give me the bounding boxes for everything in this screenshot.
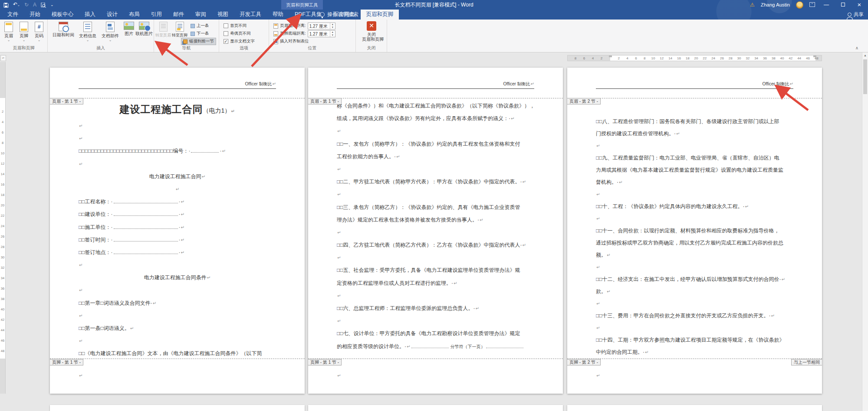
save-icon[interactable] bbox=[3, 0, 9, 10]
ruler-number: 6 bbox=[583, 56, 585, 60]
tab-视图[interactable]: 视图 bbox=[212, 10, 234, 20]
ruler-number: 32 bbox=[746, 56, 750, 60]
footer-button[interactable]: 页脚⌄ bbox=[16, 22, 31, 41]
avatar[interactable] bbox=[796, 1, 803, 9]
doc-line: □□《电力建设工程施工合同》文本，由《电力建设工程施工合同条件》（以下简 bbox=[79, 347, 276, 359]
share-button[interactable]: 共享 bbox=[848, 10, 864, 20]
ribbon: 页眉⌄ 页脚⌄ 页码⌄ 页眉和页脚 日期和时间 文档信息⌄ 文档部件⌄ 图片 bbox=[0, 20, 868, 52]
collapse-ribbon-icon[interactable]: ∧ bbox=[855, 46, 858, 50]
tell-me-search[interactable]: 操作说明搜索 bbox=[320, 10, 358, 20]
doc-line: 门授权的建设工程造价管理机构。·↵ bbox=[596, 127, 793, 140]
page-number-button[interactable]: 页码⌄ bbox=[32, 22, 46, 41]
same-as-previous-tag: 与上一节相同 bbox=[791, 359, 822, 365]
document-info-button[interactable]: 文档信息⌄ bbox=[77, 22, 98, 41]
minimize-button[interactable]: — bbox=[821, 0, 832, 10]
dotted-leader bbox=[114, 211, 178, 216]
quick-parts-button[interactable]: 文档部件⌄ bbox=[100, 22, 121, 41]
date-time-button[interactable]: 日期和时间 bbox=[51, 22, 76, 38]
tab-页眉和页脚[interactable]: 页眉和页脚 bbox=[361, 10, 399, 20]
page-header-underline bbox=[596, 88, 793, 89]
doc-line: □□九、工程质量监督部门：电力工业部、电业管理局、省（直辖市、自治区）电 bbox=[596, 152, 793, 164]
document-page-2[interactable]: Officer 制衡比↵页眉 - 第 1 节 -称《合同条件》）和《电力建设工程… bbox=[308, 68, 563, 394]
ruler-left-margin bbox=[568, 55, 610, 61]
page-number-icon bbox=[35, 22, 43, 32]
doc-line-text: 督机构。· bbox=[596, 179, 618, 185]
document-page-3[interactable]: Officer 制衡比↵页眉 - 第 2 节 -□□八、工程造价管理部门：国务院… bbox=[567, 68, 822, 394]
pilcrow-mark: ↵ bbox=[273, 82, 276, 86]
spinner-arrows-icon[interactable]: ▲▼ bbox=[330, 31, 335, 37]
ruler-number: 22 bbox=[703, 56, 707, 60]
group-close: ✕ 关闭页眉和页脚 关闭 bbox=[356, 20, 387, 52]
dotted-leader bbox=[114, 224, 178, 229]
scrollbar-thumb[interactable] bbox=[863, 59, 867, 94]
leader-dot: · bbox=[179, 237, 181, 243]
group-insert: 日期和时间 文档信息⌄ 文档部件⌄ 图片 联机图片 插入 bbox=[48, 20, 154, 52]
spinner-arrows-icon[interactable]: ▲▼ bbox=[330, 23, 335, 29]
restore-button[interactable] bbox=[838, 0, 848, 10]
goto-footer-button[interactable]: 转至页脚 bbox=[171, 22, 188, 38]
horizontal-ruler[interactable]: 8642246810121416182022242628303234363840… bbox=[567, 55, 822, 61]
next-button[interactable]: 下一条 bbox=[189, 30, 211, 37]
leader-dot: · bbox=[179, 249, 181, 255]
header-from-top-input[interactable]: 1.27 厘米▲▼ bbox=[308, 23, 335, 29]
tab-审阅[interactable]: 审阅 bbox=[190, 10, 212, 20]
ruler-number: 44 bbox=[0, 328, 5, 332]
scroll-up-icon[interactable]: ▲ bbox=[862, 54, 868, 57]
doc-line-text: □□九、工程质量监督部门：电力工业部、电业管理局、省（直辖市、自治区）电 bbox=[596, 155, 779, 161]
document-page-6-partial[interactable] bbox=[567, 405, 822, 411]
link-to-previous-button[interactable]: 链接到前一节 bbox=[181, 38, 216, 45]
pictures-button[interactable]: 图片 bbox=[122, 22, 135, 37]
undo-icon[interactable]: ↶⌄ bbox=[13, 0, 20, 10]
warning-icon[interactable]: ⚠ bbox=[750, 2, 755, 8]
tab-布局[interactable]: 布局 bbox=[123, 10, 145, 20]
show-document-text-checkbox[interactable]: ✓ 显示文档文字 bbox=[222, 38, 256, 45]
group-header-footer: 页眉⌄ 页脚⌄ 页码⌄ 页眉和页脚 bbox=[0, 20, 48, 52]
vertical-scrollbar[interactable]: ▲ bbox=[862, 52, 868, 411]
account-name[interactable]: Zhang Austin bbox=[761, 2, 790, 7]
different-odd-even-checkbox[interactable]: 奇偶页不同 bbox=[222, 30, 253, 37]
goto-header-button[interactable]: 转至页眉 bbox=[155, 22, 171, 38]
header-button[interactable]: 页眉⌄ bbox=[1, 22, 16, 41]
document-page-1[interactable]: Officer 制衡比↵页眉 - 第 1 节 -建设工程施工合同（电力1）↵↵↵… bbox=[50, 68, 305, 394]
doc-line-text: 电力建设工程施工合同 bbox=[149, 173, 201, 179]
group-navigation: 转至页眉 转至页脚 上一条 下一条 链接到前一节 导航 bbox=[154, 20, 219, 52]
tab-开发工具[interactable]: 开发工具 bbox=[234, 10, 267, 20]
redo-icon[interactable]: ↻ bbox=[24, 0, 29, 10]
pilcrow-mark: ↵ bbox=[181, 225, 184, 230]
pilcrow-mark: ↵ bbox=[181, 212, 184, 217]
close-button[interactable]: × bbox=[854, 0, 865, 10]
tab-引用[interactable]: 引用 bbox=[145, 10, 168, 20]
different-first-page-checkbox[interactable]: 首页不同 bbox=[222, 22, 248, 29]
tab-设计[interactable]: 设计 bbox=[101, 10, 123, 20]
ruler-number: 38 bbox=[772, 56, 776, 60]
tab-开始[interactable]: 开始 bbox=[24, 10, 46, 20]
doc-line: ↵ bbox=[337, 188, 534, 201]
print-preview-icon[interactable] bbox=[41, 0, 46, 10]
doc-line: ↵ bbox=[596, 322, 793, 334]
first-line-indent-marker[interactable] bbox=[609, 55, 612, 57]
footer-section-tag: 页脚 - 第 1 节 - bbox=[50, 359, 83, 365]
tab-邮件[interactable]: 邮件 bbox=[168, 10, 190, 20]
pilcrow-mark: ↵ bbox=[771, 313, 775, 318]
doc-line-text: □□工程名称： bbox=[79, 199, 111, 205]
ribbon-display-options-icon[interactable] bbox=[809, 1, 815, 9]
header-boundary-line bbox=[50, 98, 305, 98]
tab-插入[interactable]: 插入 bbox=[79, 10, 101, 20]
tab-模板中心[interactable]: 模板中心 bbox=[46, 10, 79, 20]
vertical-ruler[interactable]: 2468101214161820222426283032343638404244… bbox=[0, 62, 6, 394]
doc-line: □□签订时间：··↵ bbox=[79, 234, 276, 246]
document-page-4-partial[interactable] bbox=[50, 405, 305, 411]
ruler-number: 10 bbox=[651, 56, 655, 60]
tab-selector[interactable]: ⌐ bbox=[0, 55, 6, 61]
tab-文件[interactable]: 文件 bbox=[2, 10, 24, 20]
tab-帮助[interactable]: 帮助 bbox=[267, 10, 289, 20]
customize-qat-icon[interactable]: ⌄ bbox=[50, 0, 54, 10]
previous-button[interactable]: 上一条 bbox=[189, 22, 211, 29]
document-page-5-partial[interactable] bbox=[308, 405, 563, 411]
format-icon[interactable]: A bbox=[33, 0, 36, 10]
ruler-number: 48 bbox=[0, 349, 5, 353]
close-header-footer-button[interactable]: ✕ 关闭页眉和页脚 bbox=[362, 21, 381, 42]
insert-alignment-tab-button[interactable]: 插入对齐制表位 bbox=[272, 38, 311, 45]
footer-from-bottom-input[interactable]: 1.27 厘米▲▼ bbox=[308, 30, 335, 37]
online-pictures-button[interactable]: 联机图片 bbox=[135, 22, 154, 37]
